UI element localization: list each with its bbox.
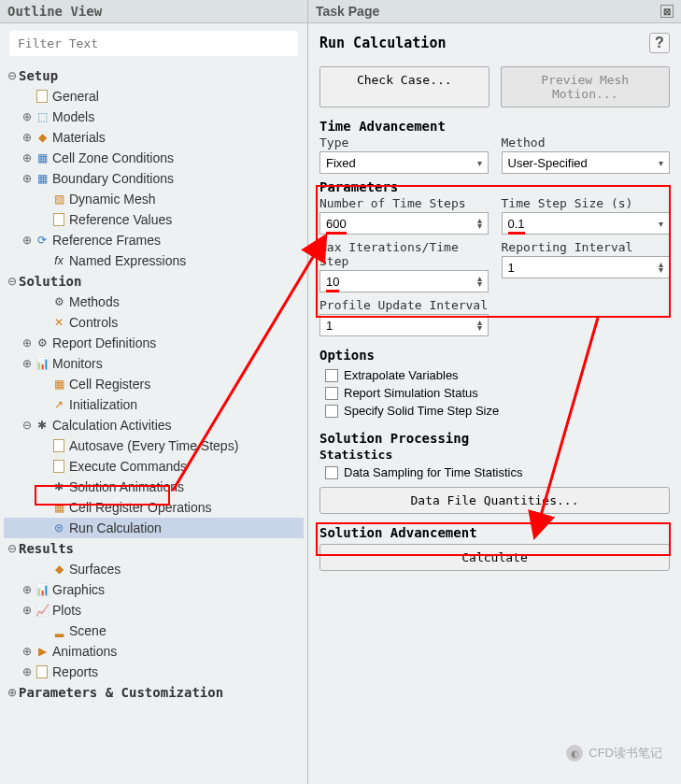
node-cellzone[interactable]: ⊕▦Cell Zone Conditions bbox=[4, 148, 304, 168]
node-refvals[interactable]: Reference Values bbox=[4, 209, 304, 230]
node-boundary[interactable]: ⊕▦Boundary Conditions bbox=[4, 168, 304, 189]
node-reports[interactable]: ⊕Reports bbox=[4, 662, 304, 682]
opt-extrapolate[interactable]: Extrapolate Variables bbox=[325, 366, 670, 384]
node-params[interactable]: ⊕Parameters & Customization bbox=[4, 682, 304, 703]
filter-input[interactable] bbox=[9, 31, 298, 56]
task-header: Task Page ⊠ bbox=[308, 0, 681, 23]
method-label: Method bbox=[502, 135, 671, 150]
node-reportdefs[interactable]: ⊕⚙Report Definitions bbox=[4, 333, 304, 353]
node-init[interactable]: ↗Initialization bbox=[4, 394, 304, 415]
parameters-label: Parameters bbox=[319, 179, 670, 194]
chevron-down-icon: ▾ bbox=[659, 158, 663, 168]
node-cellregop[interactable]: ▦Cell Register Operations bbox=[4, 497, 304, 518]
tss-input[interactable]: 0.1▾ bbox=[502, 212, 671, 235]
type-select[interactable]: Fixed▾ bbox=[319, 151, 489, 174]
outline-tree: ⊖Setup General ⊕⬚Models ⊕◆Materials ⊕▦Ce… bbox=[0, 64, 307, 706]
tss-label: Time Step Size (s) bbox=[502, 196, 671, 210]
pui-input[interactable]: 1▴▾ bbox=[319, 314, 489, 336]
repint-label: Reporting Interval bbox=[502, 240, 671, 254]
node-execcmd[interactable]: Execute Commands bbox=[4, 456, 304, 477]
data-file-quantities-button[interactable]: Data File Quantities... bbox=[319, 487, 670, 514]
page-title: Run Calculation bbox=[319, 35, 446, 51]
node-setup[interactable]: ⊖Setup bbox=[4, 65, 304, 86]
check-case-button[interactable]: Check Case... bbox=[319, 66, 489, 107]
node-calcact[interactable]: ⊖✱Calculation Activities bbox=[4, 415, 304, 435]
watermark: ◐ CFD读书笔记 bbox=[566, 745, 662, 762]
node-controls[interactable]: ✕Controls bbox=[4, 312, 304, 333]
opt-specify-solid[interactable]: Specify Solid Time Step Size bbox=[325, 402, 670, 420]
maxit-label: Max Iterations/Time Step bbox=[319, 240, 489, 268]
type-label: Type bbox=[319, 135, 489, 150]
node-refframes[interactable]: ⊕⟳Reference Frames bbox=[4, 230, 304, 250]
close-icon[interactable]: ⊠ bbox=[660, 5, 674, 18]
node-solanim[interactable]: ✱Solution Animations bbox=[4, 477, 304, 497]
node-monitors[interactable]: ⊕📊Monitors bbox=[4, 353, 304, 374]
solproc-title: Solution Processing bbox=[319, 431, 670, 446]
node-dynmesh[interactable]: ▨Dynamic Mesh bbox=[4, 189, 304, 209]
node-namedexpr[interactable]: fxNamed Expressions bbox=[4, 250, 304, 271]
help-button[interactable]: ? bbox=[649, 33, 670, 53]
node-solution[interactable]: ⊖Solution bbox=[4, 271, 304, 292]
node-animations[interactable]: ⊕▶Animations bbox=[4, 641, 304, 662]
repint-input[interactable]: 1▴▾ bbox=[502, 256, 671, 278]
opt-data-sampling[interactable]: Data Sampling for Time Statistics bbox=[319, 463, 670, 481]
node-methods[interactable]: ⚙Methods bbox=[4, 292, 304, 312]
time-advancement-title: Time Advancement bbox=[319, 119, 670, 134]
node-materials[interactable]: ⊕◆Materials bbox=[4, 127, 304, 148]
chevron-down-icon: ▾ bbox=[477, 158, 482, 168]
outline-panel: Outline View ⊖Setup General ⊕⬚Models ⊕◆M… bbox=[0, 0, 308, 784]
opt-report-status[interactable]: Report Simulation Status bbox=[325, 384, 670, 402]
soladv-title: Solution Advancement bbox=[319, 525, 670, 540]
outline-header: Outline View bbox=[0, 0, 307, 23]
options-title: Options bbox=[319, 348, 670, 363]
maxit-input[interactable]: 10▴▾ bbox=[319, 270, 489, 292]
node-runcalc[interactable]: ⊜Run Calculation bbox=[4, 518, 304, 538]
wechat-icon: ◐ bbox=[566, 745, 583, 762]
node-scene[interactable]: ▂Scene bbox=[4, 620, 304, 641]
pui-label: Profile Update Interval bbox=[319, 298, 489, 312]
chevron-down-icon: ▾ bbox=[659, 219, 663, 229]
calculate-button[interactable]: Calculate bbox=[319, 544, 670, 571]
method-select[interactable]: User-Specified▾ bbox=[502, 151, 671, 174]
node-plots[interactable]: ⊕📈Plots bbox=[4, 600, 304, 620]
node-autosave[interactable]: Autosave (Every Time Steps) bbox=[4, 435, 304, 456]
node-surfaces[interactable]: ◆Surfaces bbox=[4, 559, 304, 579]
nsteps-input[interactable]: 600▴▾ bbox=[319, 212, 489, 235]
node-results[interactable]: ⊖Results bbox=[4, 538, 304, 559]
node-general[interactable]: General bbox=[4, 86, 304, 107]
preview-mesh-button: Preview Mesh Motion... bbox=[501, 66, 671, 107]
nsteps-label: Number of Time Steps bbox=[319, 196, 489, 210]
node-cellreg[interactable]: ▦Cell Registers bbox=[4, 374, 304, 394]
stats-title: Statistics bbox=[319, 448, 670, 462]
task-panel: Task Page ⊠ Run Calculation ? Check Case… bbox=[308, 0, 681, 784]
node-models[interactable]: ⊕⬚Models bbox=[4, 107, 304, 127]
node-graphics[interactable]: ⊕📊Graphics bbox=[4, 579, 304, 600]
